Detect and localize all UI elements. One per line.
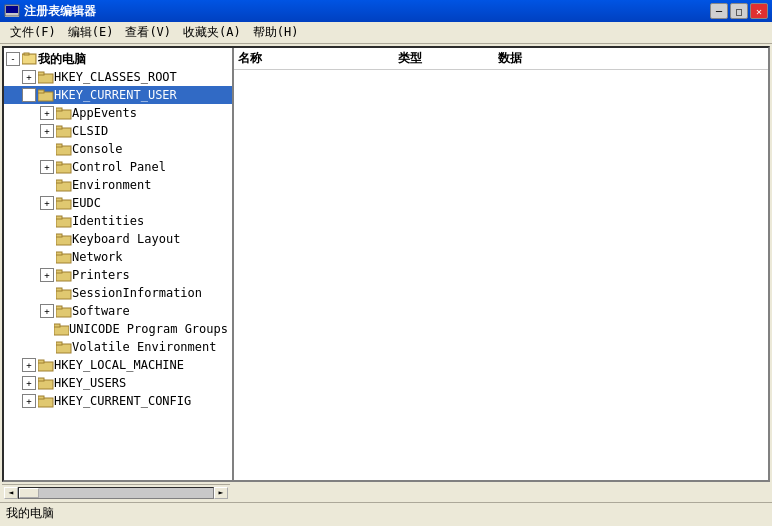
content-pane: 名称 类型 数据 <box>234 48 768 480</box>
tree-label-clsid: CLSID <box>72 124 108 138</box>
svg-rect-43 <box>38 396 44 399</box>
tree-item-console[interactable]: Console <box>4 140 232 158</box>
folder-icon-printers <box>56 268 72 282</box>
tree-item-identities[interactable]: Identities <box>4 212 232 230</box>
expand-my-computer[interactable]: - <box>6 52 20 66</box>
tree-item-environment[interactable]: Environment <box>4 176 232 194</box>
tree-label-identities: Identities <box>72 214 144 228</box>
scroll-thumb[interactable] <box>19 488 39 498</box>
expand-hku[interactable]: + <box>22 376 36 390</box>
svg-rect-33 <box>56 306 62 309</box>
folder-icon-hkcc <box>38 394 54 408</box>
tree-item-appevents[interactable]: + AppEvents <box>4 104 232 122</box>
scroll-track <box>18 487 214 499</box>
expand-appevents[interactable]: + <box>40 106 54 120</box>
tree-item-hkcu[interactable]: - HKEY_CURRENT_USER <box>4 86 232 104</box>
folder-icon-hkcu <box>38 88 54 102</box>
tree-label-my-computer: 我的电脑 <box>38 51 86 68</box>
expand-printers[interactable]: + <box>40 268 54 282</box>
svg-rect-5 <box>24 53 29 55</box>
folder-icon-volatile <box>56 340 72 354</box>
tree-label-volatile: Volatile Environment <box>72 340 217 354</box>
scroll-left-arrow[interactable]: ◄ <box>4 487 18 499</box>
menu-item-3[interactable]: 收藏夹(A) <box>177 22 247 43</box>
expand-hkcc[interactable]: + <box>22 394 36 408</box>
tree-item-keyboard-layout[interactable]: Keyboard Layout <box>4 230 232 248</box>
tree-label-appevents: AppEvents <box>72 106 137 120</box>
svg-rect-23 <box>56 216 62 219</box>
tree-item-hkcc[interactable]: + HKEY_CURRENT_CONFIG <box>4 392 232 410</box>
menu-item-2[interactable]: 查看(V) <box>119 22 177 43</box>
expand-hkcr[interactable]: + <box>22 70 36 84</box>
svg-rect-35 <box>54 324 60 327</box>
app-icon <box>4 3 20 19</box>
tree-item-sessioninfo[interactable]: SessionInformation <box>4 284 232 302</box>
tree-item-my-computer[interactable]: - 我的电脑 <box>4 50 232 68</box>
svg-rect-27 <box>56 252 62 255</box>
folder-icon-environment <box>56 178 72 192</box>
tree-item-hklm[interactable]: + HKEY_LOCAL_MACHINE <box>4 356 232 374</box>
titlebar-left: 注册表编辑器 <box>4 3 96 20</box>
scroll-right-arrow[interactable]: ► <box>214 487 228 499</box>
tree-item-hkcr[interactable]: + HKEY_CLASSES_ROOT <box>4 68 232 86</box>
expand-hkcu[interactable]: - <box>22 88 36 102</box>
folder-icon-hklm <box>38 358 54 372</box>
expand-software[interactable]: + <box>40 304 54 318</box>
statusbar: 我的电脑 <box>0 502 772 524</box>
tree-label-hklm: HKEY_LOCAL_MACHINE <box>54 358 184 372</box>
expand-controlpanel[interactable]: + <box>40 160 54 174</box>
folder-icon-network <box>56 250 72 264</box>
tree-label-printers: Printers <box>72 268 130 282</box>
menu-item-4[interactable]: 帮助(H) <box>247 22 305 43</box>
svg-rect-37 <box>56 342 62 345</box>
titlebar-controls: ─ □ ✕ <box>710 3 768 19</box>
folder-icon-unicode <box>54 322 69 336</box>
folder-icon-appevents <box>56 106 72 120</box>
folder-icon-hku <box>38 376 54 390</box>
folder-icon-controlpanel <box>56 160 72 174</box>
svg-rect-1 <box>6 6 18 13</box>
maximize-button[interactable]: □ <box>730 3 748 19</box>
tree-label-software: Software <box>72 304 130 318</box>
expand-hklm[interactable]: + <box>22 358 36 372</box>
tree-item-eudc[interactable]: + EUDC <box>4 194 232 212</box>
horizontal-scrollbar[interactable]: ◄ ► <box>2 484 230 500</box>
tree-label-eudc: EUDC <box>72 196 101 210</box>
svg-rect-21 <box>56 198 62 201</box>
tree-label-hku: HKEY_USERS <box>54 376 126 390</box>
tree-label-session: SessionInformation <box>72 286 202 300</box>
tree-item-software[interactable]: + Software <box>4 302 232 320</box>
tree-item-unicode[interactable]: UNICODE Program Groups <box>4 320 232 338</box>
col-header-data: 数据 <box>498 50 698 67</box>
folder-icon-keyboard <box>56 232 72 246</box>
svg-rect-17 <box>56 162 62 165</box>
tree-label-hkcc: HKEY_CURRENT_CONFIG <box>54 394 191 408</box>
menu-item-0[interactable]: 文件(F) <box>4 22 62 43</box>
split-pane: - 我的电脑 + HKEY_CLASSES_ROOT <box>2 46 770 482</box>
folder-icon-software <box>56 304 72 318</box>
svg-rect-29 <box>56 270 62 273</box>
svg-rect-7 <box>38 72 44 75</box>
menubar: 文件(F)编辑(E)查看(V)收藏夹(A)帮助(H) <box>0 22 772 44</box>
tree-item-volatile[interactable]: Volatile Environment <box>4 338 232 356</box>
main-container: - 我的电脑 + HKEY_CLASSES_ROOT <box>0 44 772 502</box>
tree-label-hkcu: HKEY_CURRENT_USER <box>54 88 177 102</box>
tree-item-hku[interactable]: + HKEY_USERS <box>4 374 232 392</box>
expand-eudc[interactable]: + <box>40 196 54 210</box>
titlebar-title: 注册表编辑器 <box>24 3 96 20</box>
menu-item-1[interactable]: 编辑(E) <box>62 22 120 43</box>
svg-rect-41 <box>38 378 44 381</box>
expand-clsid[interactable]: + <box>40 124 54 138</box>
tree-label-environment: Environment <box>72 178 151 192</box>
tree-item-clsid[interactable]: + CLSID <box>4 122 232 140</box>
tree-item-controlpanel[interactable]: + Control Panel <box>4 158 232 176</box>
col-header-name: 名称 <box>238 50 398 67</box>
tree-item-network[interactable]: Network <box>4 248 232 266</box>
folder-icon-eudc <box>56 196 72 210</box>
tree-item-printers[interactable]: + Printers <box>4 266 232 284</box>
svg-rect-25 <box>56 234 62 237</box>
minimize-button[interactable]: ─ <box>710 3 728 19</box>
tree-label-keyboard: Keyboard Layout <box>72 232 180 246</box>
tree-label-unicode: UNICODE Program Groups <box>69 322 228 336</box>
close-button[interactable]: ✕ <box>750 3 768 19</box>
